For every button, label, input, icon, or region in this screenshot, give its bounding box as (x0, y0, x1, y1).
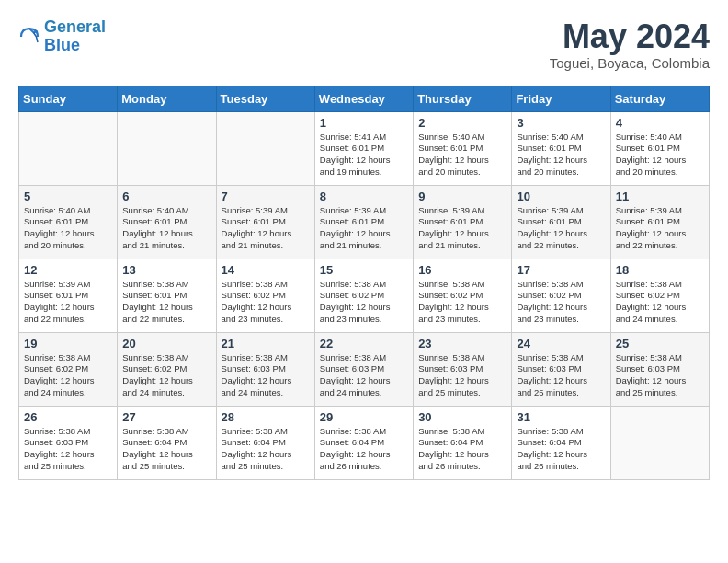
day-number: 21 (222, 337, 310, 350)
cell-info: Sunrise: 5:40 AM Sunset: 6:01 PM Dayligh… (517, 132, 605, 178)
calendar-week-row: 1Sunrise: 5:41 AM Sunset: 6:01 PM Daylig… (19, 111, 710, 185)
calendar-cell: 6Sunrise: 5:40 AM Sunset: 6:01 PM Daylig… (118, 185, 216, 259)
cell-info: Sunrise: 5:38 AM Sunset: 6:02 PM Dayligh… (222, 279, 310, 326)
calendar-cell: 11Sunrise: 5:39 AM Sunset: 6:01 PM Dayli… (610, 185, 709, 259)
logo-line1: General (44, 17, 106, 36)
calendar-cell (19, 111, 118, 185)
calendar-cell: 29Sunrise: 5:38 AM Sunset: 6:04 PM Dayli… (314, 406, 413, 479)
day-number: 1 (320, 116, 408, 130)
logo: General Blue (18, 18, 106, 55)
calendar-cell: 5Sunrise: 5:40 AM Sunset: 6:01 PM Daylig… (19, 185, 118, 259)
calendar-cell: 3Sunrise: 5:40 AM Sunset: 6:01 PM Daylig… (512, 111, 610, 185)
day-header-tuesday: Tuesday (216, 86, 314, 111)
cell-info: Sunrise: 5:40 AM Sunset: 6:01 PM Dayligh… (122, 205, 210, 252)
calendar-cell: 8Sunrise: 5:39 AM Sunset: 6:01 PM Daylig… (314, 185, 413, 259)
logo-icon (18, 26, 40, 48)
day-number: 22 (320, 337, 408, 350)
logo-line2: Blue (44, 37, 106, 55)
cell-info: Sunrise: 5:38 AM Sunset: 6:01 PM Dayligh… (122, 279, 210, 326)
day-header-wednesday: Wednesday (314, 86, 413, 111)
cell-info: Sunrise: 5:38 AM Sunset: 6:04 PM Dayligh… (222, 426, 310, 473)
day-number: 17 (517, 263, 605, 277)
calendar-cell: 26Sunrise: 5:38 AM Sunset: 6:03 PM Dayli… (19, 406, 118, 479)
day-number: 10 (517, 190, 605, 203)
day-number: 5 (24, 190, 112, 203)
calendar-cell (216, 111, 314, 185)
day-number: 9 (418, 190, 506, 203)
logo-text: General Blue (44, 18, 106, 55)
day-number: 20 (122, 337, 210, 350)
month-year: May 2024 (550, 18, 710, 55)
cell-info: Sunrise: 5:38 AM Sunset: 6:03 PM Dayligh… (222, 352, 310, 399)
cell-info: Sunrise: 5:38 AM Sunset: 6:02 PM Dayligh… (616, 279, 704, 326)
cell-info: Sunrise: 5:38 AM Sunset: 6:04 PM Dayligh… (122, 426, 210, 473)
cell-info: Sunrise: 5:40 AM Sunset: 6:01 PM Dayligh… (24, 205, 112, 252)
day-number: 30 (418, 410, 506, 424)
day-number: 14 (222, 263, 310, 277)
cell-info: Sunrise: 5:38 AM Sunset: 6:03 PM Dayligh… (24, 426, 112, 473)
day-number: 19 (24, 337, 112, 350)
location: Toguei, Boyaca, Colombia (550, 55, 710, 71)
day-number: 16 (418, 263, 506, 277)
day-number: 18 (616, 263, 704, 277)
cell-info: Sunrise: 5:38 AM Sunset: 6:02 PM Dayligh… (320, 279, 408, 326)
day-header-thursday: Thursday (414, 86, 512, 111)
calendar-cell: 31Sunrise: 5:38 AM Sunset: 6:04 PM Dayli… (512, 406, 610, 479)
cell-info: Sunrise: 5:38 AM Sunset: 6:03 PM Dayligh… (517, 352, 605, 399)
calendar-cell: 24Sunrise: 5:38 AM Sunset: 6:03 PM Dayli… (512, 332, 610, 406)
calendar-cell: 23Sunrise: 5:38 AM Sunset: 6:03 PM Dayli… (414, 332, 512, 406)
cell-info: Sunrise: 5:38 AM Sunset: 6:03 PM Dayligh… (418, 352, 506, 399)
day-header-monday: Monday (118, 86, 216, 111)
calendar-cell: 18Sunrise: 5:38 AM Sunset: 6:02 PM Dayli… (610, 259, 709, 332)
calendar-cell: 27Sunrise: 5:38 AM Sunset: 6:04 PM Dayli… (118, 406, 216, 479)
cell-info: Sunrise: 5:39 AM Sunset: 6:01 PM Dayligh… (517, 205, 605, 252)
calendar-cell: 10Sunrise: 5:39 AM Sunset: 6:01 PM Dayli… (512, 185, 610, 259)
calendar-cell: 20Sunrise: 5:38 AM Sunset: 6:02 PM Dayli… (118, 332, 216, 406)
day-header-sunday: Sunday (19, 86, 118, 111)
cell-info: Sunrise: 5:38 AM Sunset: 6:03 PM Dayligh… (320, 352, 408, 399)
day-number: 13 (122, 263, 210, 277)
day-number: 2 (418, 116, 506, 130)
day-header-friday: Friday (512, 86, 610, 111)
cell-info: Sunrise: 5:39 AM Sunset: 6:01 PM Dayligh… (222, 205, 310, 252)
calendar-week-row: 19Sunrise: 5:38 AM Sunset: 6:02 PM Dayli… (19, 332, 710, 406)
calendar-cell: 16Sunrise: 5:38 AM Sunset: 6:02 PM Dayli… (414, 259, 512, 332)
day-number: 28 (222, 410, 310, 424)
day-number: 26 (24, 410, 112, 424)
cell-info: Sunrise: 5:39 AM Sunset: 6:01 PM Dayligh… (616, 205, 704, 252)
cell-info: Sunrise: 5:38 AM Sunset: 6:02 PM Dayligh… (122, 352, 210, 399)
cell-info: Sunrise: 5:40 AM Sunset: 6:01 PM Dayligh… (418, 132, 506, 178)
calendar-cell: 19Sunrise: 5:38 AM Sunset: 6:02 PM Dayli… (19, 332, 118, 406)
cell-info: Sunrise: 5:39 AM Sunset: 6:01 PM Dayligh… (24, 279, 112, 326)
day-number: 6 (122, 190, 210, 203)
cell-info: Sunrise: 5:38 AM Sunset: 6:02 PM Dayligh… (418, 279, 506, 326)
page-header: General Blue May 2024 Toguei, Boyaca, Co… (18, 18, 710, 71)
calendar-cell: 13Sunrise: 5:38 AM Sunset: 6:01 PM Dayli… (118, 259, 216, 332)
cell-info: Sunrise: 5:38 AM Sunset: 6:04 PM Dayligh… (320, 426, 408, 473)
day-number: 11 (616, 190, 704, 203)
day-number: 12 (24, 263, 112, 277)
calendar-cell: 22Sunrise: 5:38 AM Sunset: 6:03 PM Dayli… (314, 332, 413, 406)
cell-info: Sunrise: 5:38 AM Sunset: 6:04 PM Dayligh… (418, 426, 506, 473)
calendar-cell: 14Sunrise: 5:38 AM Sunset: 6:02 PM Dayli… (216, 259, 314, 332)
day-number: 23 (418, 337, 506, 350)
day-number: 15 (320, 263, 408, 277)
day-number: 29 (320, 410, 408, 424)
day-number: 8 (320, 190, 408, 203)
calendar-cell: 4Sunrise: 5:40 AM Sunset: 6:01 PM Daylig… (610, 111, 709, 185)
calendar-header-row: SundayMondayTuesdayWednesdayThursdayFrid… (19, 86, 710, 111)
cell-info: Sunrise: 5:41 AM Sunset: 6:01 PM Dayligh… (320, 132, 408, 178)
day-number: 25 (616, 337, 704, 350)
calendar-cell (118, 111, 216, 185)
cell-info: Sunrise: 5:38 AM Sunset: 6:02 PM Dayligh… (517, 279, 605, 326)
cell-info: Sunrise: 5:39 AM Sunset: 6:01 PM Dayligh… (418, 205, 506, 252)
calendar-cell: 9Sunrise: 5:39 AM Sunset: 6:01 PM Daylig… (414, 185, 512, 259)
day-number: 27 (122, 410, 210, 424)
day-number: 3 (517, 116, 605, 130)
calendar-cell: 7Sunrise: 5:39 AM Sunset: 6:01 PM Daylig… (216, 185, 314, 259)
cell-info: Sunrise: 5:39 AM Sunset: 6:01 PM Dayligh… (320, 205, 408, 252)
calendar-cell: 28Sunrise: 5:38 AM Sunset: 6:04 PM Dayli… (216, 406, 314, 479)
cell-info: Sunrise: 5:38 AM Sunset: 6:04 PM Dayligh… (517, 426, 605, 473)
cell-info: Sunrise: 5:40 AM Sunset: 6:01 PM Dayligh… (616, 132, 704, 178)
day-number: 31 (517, 410, 605, 424)
